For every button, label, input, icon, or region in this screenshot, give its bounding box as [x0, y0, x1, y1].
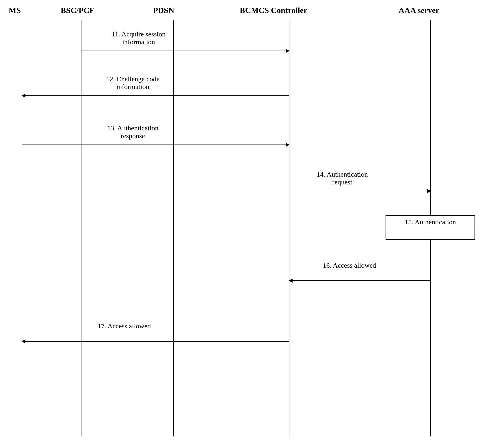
arrow-step13	[22, 145, 289, 145]
sequence-diagram: MS BSC/PCF PDSN BCMCS Controller AAA ser…	[0, 0, 493, 448]
label-step17: 17. Access allowed	[69, 322, 179, 330]
lifeline-ms	[22, 20, 22, 436]
actor-pdsn: PDSN	[153, 6, 174, 15]
label-step13: 13. Authenticationresponse	[84, 124, 182, 140]
label-step16: 16. Access allowed	[296, 262, 403, 269]
arrow-step11	[81, 51, 289, 51]
actor-aaa: AAA server	[399, 6, 439, 15]
arrow-step14	[289, 191, 431, 191]
label-step12: 12. Challenge codeinformation	[84, 75, 182, 91]
arrow-step17	[22, 341, 289, 342]
actor-bsc: BSC/PCF	[61, 6, 94, 15]
arrow-step12	[22, 95, 289, 96]
actor-ms: MS	[9, 6, 21, 15]
label-step11: 11. Acquire sessioninformation	[90, 30, 188, 46]
lifeline-bsc	[81, 20, 81, 436]
box-step15: 15. Authentication	[386, 215, 475, 240]
lifeline-bcmcs	[289, 20, 289, 436]
actor-bcmcs: BCMCS Controller	[240, 6, 307, 15]
arrow-step16	[289, 280, 431, 281]
label-step14: 14. Authenticationrequest	[292, 171, 393, 186]
